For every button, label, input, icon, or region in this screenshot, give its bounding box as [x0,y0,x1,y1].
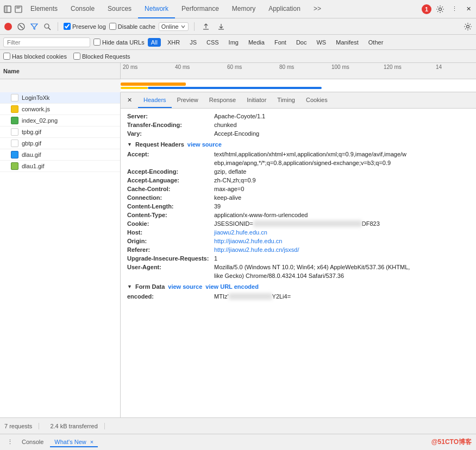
bar-orange [121,83,186,86]
filter-type-manifest[interactable]: Manifest [333,38,362,47]
filter-type-css[interactable]: CSS [203,38,222,47]
svg-rect-1 [4,6,7,12]
tab-performance[interactable]: Performance [175,0,226,18]
file-icon [11,94,18,102]
file-name: dlau.gif [22,151,41,158]
list-item[interactable]: LoginToXk [0,92,120,104]
bottom-more-icon[interactable]: ⋮ [5,438,14,447]
file-name: tpbg.gif [22,129,41,135]
network-settings-icon[interactable] [463,22,473,31]
list-item[interactable]: index_02.png [0,115,120,126]
list-item[interactable]: dlau.gif [0,149,120,161]
dock-icon[interactable] [3,5,12,14]
hide-data-urls-checkbox[interactable]: Hide data URLs [93,39,145,46]
more-icon[interactable]: ⋮ [450,5,459,14]
tab-preview[interactable]: Preview [172,92,204,108]
resp-header-server: Server: Apache-Coyote/1.1 [127,112,469,121]
tab-console[interactable]: Console [64,0,101,18]
inspect-icon[interactable] [14,5,23,14]
filter-type-media[interactable]: Media [245,38,268,47]
detail-tabs: ✕ Headers Preview Response Initiator Tim… [121,92,476,109]
req-header-content-length: Content-Length: 39 [127,202,469,211]
svg-line-7 [20,25,23,28]
bar-yellow [121,87,148,89]
origin-link[interactable]: http://jiaowu2.hufe.edu.cn [214,238,282,244]
timeline-header: Name 20 ms 40 ms 60 ms 80 ms 100 ms 120 … [0,63,476,79]
filter-icon[interactable] [29,22,39,31]
throttle-select[interactable]: Online [159,22,189,31]
tab-cookies[interactable]: Cookies [300,92,333,108]
filter-type-font[interactable]: Font [271,38,290,47]
preserve-log-checkbox[interactable]: Preserve log [64,23,106,30]
scale-14: 14 [436,64,442,70]
req-header-cache-control: Cache-Control: max-age=0 [127,185,469,193]
disable-cache-checkbox[interactable]: Disable cache [109,23,155,30]
list-item[interactable]: tpbg.gif [0,126,120,138]
tab-timing[interactable]: Timing [272,92,300,108]
tab-application[interactable]: Application [262,0,307,18]
form-view-url-encoded-link[interactable]: view URL encoded [205,283,259,290]
watermark: @51CTO博客 [431,438,472,446]
svg-line-9 [48,28,51,30]
req-header-content-type: Content-Type: application/x-www-form-url… [127,211,469,219]
file-icon [11,162,18,170]
filter-type-img[interactable]: Img [226,38,242,47]
form-data-encoded: encoded: MTIz' Y2Li4= [127,292,469,301]
download-icon[interactable] [216,22,226,31]
upload-icon[interactable] [201,22,211,31]
clear-icon[interactable] [16,22,26,31]
filter-type-other[interactable]: Other [365,38,387,47]
settings-icon[interactable] [436,5,444,14]
tab-more[interactable]: >> [307,0,328,18]
filter-type-all[interactable]: All [148,38,161,47]
bottom-tab-console[interactable]: Console [17,438,48,447]
tab-headers[interactable]: Headers [138,92,172,108]
referer-link[interactable]: http://jiaowu2.hufe.edu.cn/jsxsd/ [214,246,299,253]
filter-type-xhr[interactable]: XHR [164,38,183,47]
watermark-area: @51CTO博客 [431,438,472,447]
req-header-host: Host: jiaowu2.hufe.edu.cn [127,228,469,237]
detail-content[interactable]: Server: Apache-Coyote/1.1 Transfer-Encod… [121,109,476,417]
error-badge[interactable]: 1 [422,4,431,14]
record-icon[interactable] [3,22,13,31]
tab-memory[interactable]: Memory [226,0,262,18]
svg-point-12 [467,25,469,28]
req-header-user-agent-cont: like Gecko) Chrome/88.0.4324.104 Safari/… [127,271,469,280]
scale-60ms: 60 ms [227,64,242,70]
filter-input[interactable] [3,37,90,47]
form-view-source-link[interactable]: view source [168,283,202,290]
scale-100ms: 100 ms [331,64,349,70]
file-icon [11,140,18,147]
name-column-header: Name [0,63,121,79]
view-source-link[interactable]: view source [187,141,222,148]
req-header-origin: Origin: http://jiaowu2.hufe.edu.cn [127,237,469,245]
blocked-requests-checkbox[interactable]: Blocked Requests [73,53,130,60]
transferred-size: 2.4 kB transferred [50,423,104,429]
main-tab-bar: Elements Console Sources Network Perform… [0,0,476,18]
tab-sources[interactable]: Sources [101,0,138,18]
file-icon [11,117,18,124]
req-header-accept-language: Accept-Language: zh-CN,zh;q=0.9 [127,176,469,185]
bottom-tab-whats-new[interactable]: What's New × [50,438,98,447]
request-headers-section: ▼ Request Headers view source [127,138,469,150]
filter-type-js[interactable]: JS [186,38,200,47]
cookie-blurred [253,220,362,227]
list-item[interactable]: conwork.js [0,104,120,115]
whats-new-close-icon[interactable]: × [90,439,93,445]
requests-count: 7 requests [4,423,39,429]
detail-close-button[interactable]: ✕ [124,95,135,106]
tab-response[interactable]: Response [204,92,242,108]
list-item[interactable]: dlau1.gif [0,161,120,172]
close-icon[interactable]: ✕ [464,5,473,14]
tab-elements[interactable]: Elements [24,0,64,18]
filter-type-ws[interactable]: WS [313,38,329,47]
req-header-cookie: Cookie: JSESSIONID= DF823 [127,219,469,228]
list-item[interactable]: gbtp.gif [0,138,120,149]
scale-120ms: 120 ms [384,64,402,70]
has-blocked-checkbox[interactable]: Has blocked cookies [3,53,67,60]
tab-network[interactable]: Network [138,0,175,18]
req-header-accept-encoding: Accept-Encoding: gzip, deflate [127,167,469,176]
search-icon[interactable] [42,22,52,31]
filter-type-doc[interactable]: Doc [293,38,310,47]
tab-initiator[interactable]: Initiator [241,92,272,108]
